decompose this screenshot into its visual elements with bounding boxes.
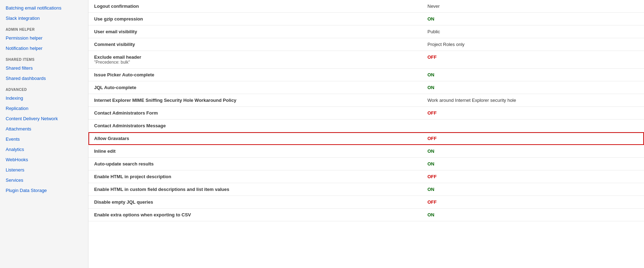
setting-name: Issue Picker Auto-complete [88,69,422,81]
status-off: OFF [427,110,437,116]
table-row[interactable]: Exclude email header"Precedence: bulk"OF… [88,51,644,69]
status-on: ON [427,16,435,22]
status-off: OFF [427,199,437,205]
table-row[interactable]: Contact Administrators Message [88,120,644,132]
sidebar-item-slack[interactable]: Slack integration [0,13,88,23]
status-off: OFF [427,174,437,179]
table-row[interactable]: Comment visibilityProject Roles only [88,38,644,51]
sidebar-item-events[interactable]: Events [0,134,88,144]
setting-value: Public [422,25,644,38]
table-row[interactable]: Auto-update search resultsON [88,158,644,170]
sidebar-item-listeners[interactable]: Listeners [0,165,88,175]
status-on: ON [427,148,435,154]
table-row[interactable]: User email visibilityPublic [88,25,644,38]
setting-value: ON [422,13,644,25]
setting-value: Work around Internet Explorer security h… [422,94,644,107]
sidebar-item-shared-dashboards[interactable]: Shared dashboards [0,73,88,83]
setting-value: ON [422,145,644,158]
setting-value: OFF [422,170,644,183]
setting-name: Enable HTML in custom field descriptions… [88,183,422,196]
setting-name: Use gzip compression [88,13,422,25]
sidebar-section-advanced: ADVANCED [0,83,88,93]
table-row[interactable]: Issue Picker Auto-completeON [88,69,644,81]
setting-name: Allow Gravatars [88,132,422,145]
setting-value: ON [422,81,644,94]
table-row[interactable]: Enable extra options when exporting to C… [88,209,644,221]
setting-name: JQL Auto-complete [88,81,422,94]
setting-name: Contact Administrators Message [88,120,422,132]
sidebar-item-batching[interactable]: Batching email notifications [0,3,88,13]
status-off: OFF [427,54,437,60]
status-on: ON [427,85,435,90]
table-row[interactable]: Contact Administrators FormOFF [88,107,644,120]
setting-name: Contact Administrators Form [88,107,422,120]
setting-value: ON [422,183,644,196]
setting-value: OFF [422,107,644,120]
setting-subtext: "Precedence: bulk" [94,60,416,65]
setting-name: Exclude email header"Precedence: bulk" [88,51,422,69]
table-row[interactable]: Internet Explorer MIME Sniffing Security… [88,94,644,107]
setting-value: ON [422,209,644,221]
setting-name: Disable empty JQL queries [88,196,422,209]
setting-name: Internet Explorer MIME Sniffing Security… [88,94,422,107]
sidebar-item-analytics[interactable]: Analytics [0,144,88,155]
sidebar-item-replication[interactable]: Replication [0,103,88,113]
setting-name: User email visibility [88,25,422,38]
settings-table: Logout confirmationNeverUse gzip compres… [88,0,644,221]
setting-name: Logout confirmation [88,0,422,13]
setting-name: Enable HTML in project description [88,170,422,183]
sidebar-section-admin: ADMIN HELPER [0,23,88,33]
table-row[interactable]: JQL Auto-completeON [88,81,644,94]
setting-value: ON [422,69,644,81]
status-on: ON [427,212,435,217]
status-on: ON [427,161,435,167]
setting-value [422,120,644,132]
sidebar-item-permission[interactable]: Permission helper [0,33,88,43]
sidebar-item-notification[interactable]: Notification helper [0,43,88,53]
setting-value: ON [422,158,644,170]
sidebar-item-plugin[interactable]: Plugin Data Storage [0,185,88,196]
sidebar-section-shared: SHARED ITEMS [0,53,88,63]
sidebar-item-cdn[interactable]: Content Delivery Network [0,113,88,124]
sidebar-item-attachments[interactable]: Attachments [0,124,88,134]
setting-name: Auto-update search results [88,158,422,170]
setting-name: Comment visibility [88,38,422,51]
setting-name: Inline edit [88,145,422,158]
setting-value: OFF [422,196,644,209]
table-row[interactable]: Logout confirmationNever [88,0,644,13]
table-row[interactable]: Disable empty JQL queriesOFF [88,196,644,209]
sidebar-item-webhooks[interactable]: WebHooks [0,155,88,165]
setting-value: OFF [422,132,644,145]
setting-value: OFF [422,51,644,69]
status-on: ON [427,72,435,77]
table-row[interactable]: Inline editON [88,145,644,158]
setting-value: Project Roles only [422,38,644,51]
setting-value: Never [422,0,644,13]
table-row[interactable]: Use gzip compressionON [88,13,644,25]
status-on: ON [427,187,435,192]
setting-name: Enable extra options when exporting to C… [88,209,422,221]
table-row[interactable]: Enable HTML in project descriptionOFF [88,170,644,183]
main-content: Logout confirmationNeverUse gzip compres… [88,0,644,268]
sidebar-item-services[interactable]: Services [0,175,88,185]
status-off: OFF [427,136,437,141]
table-row[interactable]: Enable HTML in custom field descriptions… [88,183,644,196]
sidebar: Batching email notificationsSlack integr… [0,0,88,268]
sidebar-item-shared-filters[interactable]: Shared filters [0,63,88,73]
table-row[interactable]: Allow GravatarsOFF [88,132,644,145]
sidebar-item-indexing[interactable]: Indexing [0,93,88,103]
